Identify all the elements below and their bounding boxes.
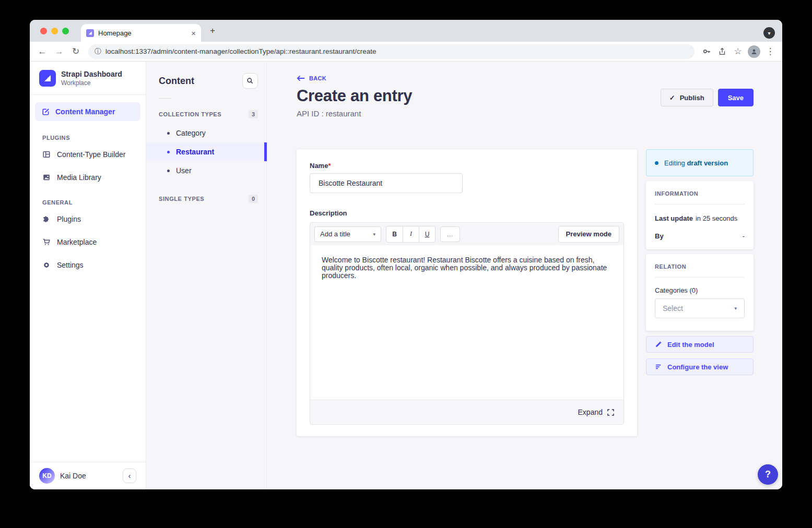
sidebar-item-label: Content-Type Builder [57, 150, 126, 159]
search-button[interactable] [242, 73, 258, 89]
user-name: Kai Doe [60, 472, 86, 480]
search-icon [246, 77, 254, 85]
collection-types-count-badge: 3 [249, 110, 258, 118]
title-style-select[interactable]: Add a title ▾ [314, 226, 381, 242]
nav-item-label: User [176, 166, 192, 175]
browser-tab[interactable]: Homepage × [81, 24, 201, 42]
rich-text-editor: Add a title ▾ B I U ... Preview mode W [310, 222, 624, 425]
shopping-cart-icon [42, 238, 51, 246]
title-select-label: Add a title [320, 230, 350, 238]
new-tab-button[interactable]: + [210, 26, 215, 35]
divider [655, 277, 745, 278]
site-info-icon[interactable]: ⓘ [95, 47, 101, 56]
name-field-label: Name* [310, 162, 624, 170]
nav-item-category[interactable]: Category [146, 124, 266, 142]
browser-actions: ☆ ⋮ [700, 44, 777, 59]
maximize-window-button[interactable] [62, 28, 69, 34]
nav-item-user[interactable]: User [146, 161, 266, 180]
user-avatar[interactable]: KD [39, 468, 55, 484]
address-bar[interactable]: ⓘ localhost:1337/admin/content-manager/c… [88, 44, 695, 59]
browser-window: Homepage × + ▾ ← → ↻ ⓘ localhost:1337/ad… [30, 20, 782, 489]
by-value: - [743, 232, 745, 240]
editor-footer: Expand [310, 400, 623, 424]
forward-nav-icon[interactable]: → [52, 44, 66, 59]
name-input[interactable] [310, 173, 463, 193]
description-textarea[interactable]: Welcome to Biscotte restaurant! Restaura… [310, 245, 623, 400]
app-title: Strapi Dashboard [61, 70, 122, 78]
sidebar-item-label: Content Manager [55, 107, 115, 116]
bullet-icon [167, 132, 170, 135]
back-arrow-icon [297, 75, 305, 81]
media-image-icon [42, 173, 51, 182]
edit-model-button[interactable]: Edit the model [646, 336, 754, 353]
preview-mode-button[interactable]: Preview mode [558, 226, 619, 243]
collapse-sidebar-button[interactable]: ‹ [123, 469, 136, 483]
sidebar-item-content-manager[interactable]: Content Manager [35, 102, 140, 121]
bullet-icon [167, 170, 170, 172]
draft-status-banner: Editing draft version [646, 149, 754, 176]
single-types-count-badge: 0 [249, 195, 258, 203]
edit-model-label: Edit the model [667, 341, 714, 349]
configure-view-button[interactable]: Configure the view [646, 358, 754, 375]
window-controls[interactable] [40, 28, 69, 34]
last-update-label: Last update [655, 214, 693, 222]
publish-button[interactable]: ✓ Publish [661, 89, 713, 106]
categories-label: Categories (0) [655, 286, 745, 294]
bold-button[interactable]: B [386, 226, 403, 242]
pencil-icon [655, 341, 662, 348]
expand-editor-button[interactable]: Expand [578, 408, 614, 416]
underline-button[interactable]: U [419, 226, 435, 242]
sidebar-item-label: Marketplace [57, 238, 97, 246]
close-tab-icon[interactable]: × [191, 29, 196, 38]
draft-status-text: Editing draft version [664, 159, 728, 167]
back-link[interactable]: BACK [297, 75, 326, 81]
back-nav-icon[interactable]: ← [35, 44, 50, 59]
status-dot-icon [655, 161, 658, 165]
password-key-icon[interactable] [700, 44, 713, 59]
collection-types-label: COLLECTION TYPES [159, 111, 221, 117]
tab-search-button[interactable]: ▾ [763, 27, 775, 39]
app-subtitle: Workplace [61, 79, 122, 87]
reload-icon[interactable]: ↻ [68, 44, 83, 59]
sidebar-item-marketplace[interactable]: Marketplace [30, 231, 146, 254]
browser-toolbar: ← → ↻ ⓘ localhost:1337/admin/content-man… [30, 42, 782, 62]
sidebar-item-content-type-builder[interactable]: Content-Type Builder [30, 143, 146, 166]
share-icon[interactable] [715, 44, 729, 59]
nav-item-label: Restaurant [176, 148, 214, 156]
workspace-brand[interactable]: Strapi Dashboard Workplace [30, 62, 146, 95]
strapi-logo-icon [39, 70, 56, 87]
bullet-icon [167, 151, 170, 153]
editor-toolbar: Add a title ▾ B I U ... Preview mode [310, 223, 623, 245]
configure-view-label: Configure the view [667, 363, 728, 371]
bookmark-star-icon[interactable]: ☆ [731, 44, 745, 59]
more-options-button[interactable]: ... [440, 226, 460, 242]
italic-button[interactable]: I [403, 226, 419, 242]
check-icon: ✓ [669, 94, 675, 102]
by-label: By [655, 232, 664, 240]
last-update-value: in 25 seconds [696, 214, 737, 222]
expand-label: Expand [578, 408, 603, 416]
nav-item-restaurant[interactable]: Restaurant [146, 142, 266, 161]
categories-select[interactable]: Select ▾ [655, 298, 745, 318]
sidebar-item-media-library[interactable]: Media Library [30, 166, 146, 189]
entry-form-card: Name* Description Add a title ▾ B [297, 149, 637, 436]
browser-menu-icon[interactable]: ⋮ [763, 44, 777, 59]
api-id-subtitle: API ID : restaurant [297, 109, 412, 118]
sidebar-item-plugins[interactable]: Plugins [30, 208, 146, 231]
single-types-label: SINGLE TYPES [159, 196, 204, 202]
publish-label: Publish [680, 94, 704, 102]
minimize-window-button[interactable] [51, 28, 58, 34]
strapi-favicon-icon [86, 29, 94, 37]
main-sidebar: Strapi Dashboard Workplace Content Manag… [30, 62, 146, 489]
strapi-app: Strapi Dashboard Workplace Content Manag… [30, 62, 782, 489]
save-button[interactable]: Save [718, 89, 754, 106]
browser-profile-avatar[interactable] [748, 45, 760, 58]
help-button[interactable]: ? [758, 464, 778, 485]
select-placeholder: Select [663, 304, 683, 313]
url-text[interactable]: localhost:1337/admin/content-manager/col… [105, 47, 376, 55]
relation-label: RELATION [655, 263, 745, 270]
close-window-button[interactable] [40, 28, 47, 34]
sidebar-item-settings[interactable]: Settings [30, 254, 146, 277]
right-panel: Editing draft version INFORMATION Last u… [646, 149, 754, 375]
chevron-down-icon: ▾ [734, 306, 737, 311]
